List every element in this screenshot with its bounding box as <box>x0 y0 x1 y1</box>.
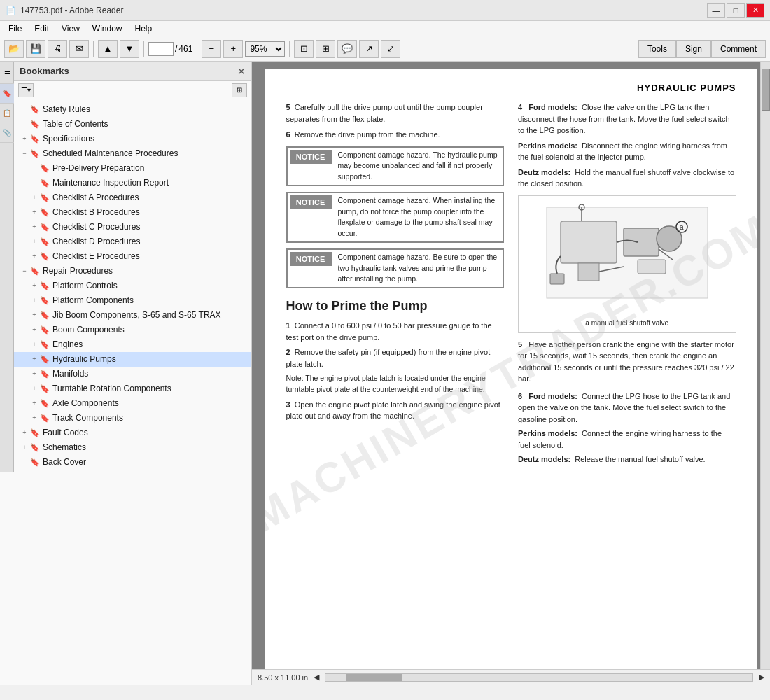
zoom-in-button[interactable]: + <box>223 40 243 58</box>
toggle-checklist-e[interactable]: + <box>29 251 39 262</box>
zoom-selector[interactable]: 50% 75% 95% 100% 125% 150% <box>245 41 285 57</box>
tree-item-back-cover[interactable]: 🔖 Back Cover <box>14 455 251 470</box>
tree-item-fault-codes[interactable]: + 🔖 Fault Codes <box>14 426 251 440</box>
status-arrow-left[interactable]: ◀ <box>314 673 319 682</box>
tree-item-safety-rules[interactable]: 🔖 Safety Rules <box>14 102 251 117</box>
toggle-toc[interactable] <box>20 118 29 130</box>
toggle-manifolds[interactable]: + <box>29 368 39 379</box>
tree-item-platform-components[interactable]: + 🔖 Platform Components <box>14 293 251 308</box>
bookmark-options-button[interactable]: ☰▾ <box>18 83 34 97</box>
toggle-boom-components[interactable]: + <box>29 324 39 335</box>
menu-window[interactable]: Window <box>87 22 128 35</box>
toggle-checklist-c[interactable]: + <box>29 221 39 232</box>
side-icon-layers[interactable]: 📋 <box>0 104 14 123</box>
zoom-out-button[interactable]: − <box>202 40 221 58</box>
toggle-fault-codes[interactable]: + <box>20 427 29 438</box>
close-button[interactable]: ✕ <box>746 4 764 18</box>
toggle-specifications[interactable]: + <box>20 133 29 144</box>
tree-item-schematics[interactable]: + 🔖 Schematics <box>14 440 251 455</box>
h-scroll-thumb[interactable] <box>346 674 402 681</box>
toggle-back-cover[interactable] <box>20 456 29 468</box>
bookmark-expand-button[interactable]: ⊞ <box>232 83 247 97</box>
label-checklist-e: Checklist E Procedures <box>52 251 140 262</box>
status-arrow-right[interactable]: ▶ <box>759 673 764 682</box>
toggle-checklist-b[interactable]: + <box>29 206 39 218</box>
toggle-scheduled-maintenance[interactable]: − <box>20 148 29 159</box>
horizontal-scrollbar[interactable] <box>325 673 753 682</box>
label-turntable: Turntable Rotation Components <box>52 383 172 395</box>
tree-item-hydraulic-pumps[interactable]: + 🔖 Hydraulic Pumps <box>14 352 251 367</box>
toggle-checklist-d[interactable]: + <box>29 236 39 247</box>
tree-item-track-components[interactable]: + 🔖 Track Components <box>14 411 251 426</box>
prime-step-3-text: Open the engine pivot plate latch and sw… <box>286 400 500 421</box>
menu-help[interactable]: Help <box>130 22 158 35</box>
toggle-checklist-a[interactable]: + <box>29 192 39 203</box>
bookmarks-close-button[interactable]: ✕ <box>237 66 246 77</box>
prime-step-2: 2 Remove the safety pin (if equipped) fr… <box>286 346 505 370</box>
note-text: Note: The engine pivot plate latch is lo… <box>286 373 505 396</box>
open-button[interactable]: 📂 <box>4 40 24 58</box>
toggle-platform-components[interactable]: + <box>29 295 39 306</box>
vertical-scrollbar[interactable] <box>760 62 770 685</box>
tree-item-turntable[interactable]: + 🔖 Turntable Rotation Components <box>14 382 251 396</box>
toggle-hydraulic-pumps[interactable]: + <box>29 354 39 365</box>
tree-item-toc[interactable]: 🔖 Table of Contents <box>14 117 251 132</box>
fit-page-button[interactable]: ⊡ <box>294 40 314 58</box>
comment-panel-button[interactable]: Comment <box>711 40 766 58</box>
side-icon-hand[interactable]: ☰ <box>0 64 14 84</box>
menu-view[interactable]: View <box>56 22 85 35</box>
share-button[interactable]: ↗ <box>359 40 379 58</box>
tree-item-scheduled-maintenance[interactable]: − 🔖 Scheduled Maintenance Procedures <box>14 146 251 161</box>
minimize-button[interactable]: — <box>707 4 725 18</box>
tree-item-jib-boom[interactable]: + 🔖 Jib Boom Components, S-65 and S-65 T… <box>14 308 251 323</box>
tree-item-engines[interactable]: + 🔖 Engines <box>14 337 251 352</box>
tree-item-specifications[interactable]: + 🔖 Specifications <box>14 132 251 146</box>
menu-edit[interactable]: Edit <box>29 22 55 35</box>
tree-item-boom-components[interactable]: + 🔖 Boom Components <box>14 323 251 337</box>
label-track-components: Track Components <box>52 412 123 424</box>
deutz-text-6: Release the manual fuel shutoff valve. <box>575 455 705 463</box>
next-page-button[interactable]: ▼ <box>120 40 139 58</box>
toggle-pre-delivery[interactable] <box>29 162 39 174</box>
toggle-track-components[interactable]: + <box>29 412 39 424</box>
print-button[interactable]: 🖨 <box>48 40 67 58</box>
sign-button[interactable]: Sign <box>676 40 711 58</box>
tree-item-checklist-d[interactable]: + 🔖 Checklist D Procedures <box>14 234 251 249</box>
side-icon-attach[interactable]: 📎 <box>0 123 14 143</box>
tree-item-checklist-b[interactable]: + 🔖 Checklist B Procedures <box>14 205 251 220</box>
prime-step-1-text: Connect a 0 to 600 psi / 0 to 50 bar pre… <box>286 321 492 342</box>
toggle-engines[interactable]: + <box>29 339 39 350</box>
page-input[interactable]: 151 <box>148 42 174 56</box>
toggle-jib-boom[interactable]: + <box>29 309 39 321</box>
page-separator: / <box>175 44 177 54</box>
prev-page-button[interactable]: ▲ <box>98 40 118 58</box>
toggle-repair-procedures[interactable]: − <box>20 265 29 276</box>
tree-item-pre-delivery[interactable]: 🔖 Pre-Delivery Preparation <box>14 161 251 176</box>
tree-item-checklist-a[interactable]: + 🔖 Checklist A Procedures <box>14 190 251 205</box>
tree-item-repair-procedures[interactable]: − 🔖 Repair Procedures <box>14 264 251 279</box>
menu-file[interactable]: File <box>3 22 27 35</box>
tools-button[interactable]: Tools <box>638 40 676 58</box>
save-button[interactable]: 💾 <box>26 40 46 58</box>
tree-item-checklist-c[interactable]: + 🔖 Checklist C Procedures <box>14 220 251 234</box>
toggle-maintenance-inspection[interactable] <box>29 177 39 188</box>
maximize-button[interactable]: □ <box>727 4 745 18</box>
toggle-schematics[interactable]: + <box>20 442 29 453</box>
toggle-platform-controls[interactable]: + <box>29 280 39 291</box>
tree-item-platform-controls[interactable]: + 🔖 Platform Controls <box>14 279 251 293</box>
fit-width-button[interactable]: ⊞ <box>316 40 335 58</box>
tree-item-maintenance-inspection[interactable]: 🔖 Maintenance Inspection Report <box>14 176 251 190</box>
email-button[interactable]: ✉ <box>69 40 89 58</box>
tree-item-axle-components[interactable]: + 🔖 Axle Components <box>14 396 251 411</box>
zoom-select[interactable]: 50% 75% 95% 100% 125% 150% <box>245 41 285 57</box>
toggle-turntable[interactable]: + <box>29 383 39 394</box>
side-icon-bookmark[interactable]: 🔖 <box>0 84 14 104</box>
tree-item-checklist-e[interactable]: + 🔖 Checklist E Procedures <box>14 249 251 264</box>
v-scroll-thumb[interactable] <box>762 69 770 111</box>
label-boom-components: Boom Components <box>52 324 125 336</box>
toggle-safety-rules[interactable] <box>20 104 29 115</box>
fullscreen-button[interactable]: ⤢ <box>381 40 400 58</box>
comment-button[interactable]: 💬 <box>337 40 357 58</box>
toggle-axle-components[interactable]: + <box>29 398 39 409</box>
tree-item-manifolds[interactable]: + 🔖 Manifolds <box>14 367 251 382</box>
